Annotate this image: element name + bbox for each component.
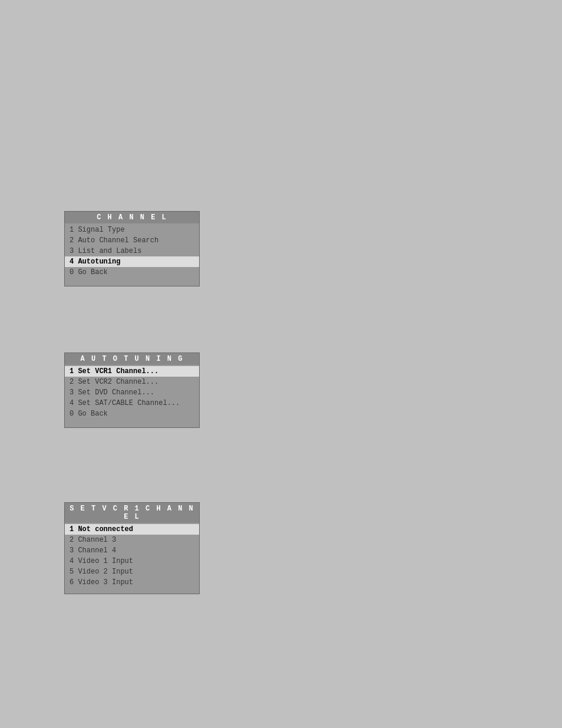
- menu-item[interactable]: 5 Video 2 Input: [65, 566, 199, 577]
- menu-item[interactable]: 1 Signal Type: [65, 225, 199, 235]
- menu-item[interactable]: 1 Set VCR1 Channel...: [65, 366, 199, 377]
- menu-item[interactable]: 4 Set SAT/CABLE Channel...: [65, 398, 199, 409]
- menu-item[interactable]: 0 Go Back: [65, 409, 199, 419]
- setvcr1-panel-title: S E T V C R 1 C H A N N E L: [65, 503, 199, 523]
- menu-item[interactable]: 3 List and Labels: [65, 246, 199, 256]
- menu-item[interactable]: 3 Set DVD Channel...: [65, 387, 199, 398]
- autotuning-panel-title: A U T O T U N I N G: [65, 353, 199, 365]
- setvcr1-panel: S E T V C R 1 C H A N N E L 1 Not connec…: [64, 502, 200, 594]
- menu-item[interactable]: 6 Video 3 Input: [65, 577, 199, 588]
- autotuning-panel: A U T O T U N I N G 1 Set VCR1 Channel..…: [64, 353, 200, 428]
- menu-item[interactable]: 0 Go Back: [65, 267, 199, 278]
- menu-item[interactable]: 2 Channel 3: [65, 535, 199, 545]
- autotuning-menu-items: 1 Set VCR1 Channel...2 Set VCR2 Channel.…: [65, 365, 199, 420]
- menu-item[interactable]: 3 Channel 4: [65, 545, 199, 556]
- menu-item[interactable]: 4 Video 1 Input: [65, 556, 199, 566]
- menu-item[interactable]: 4 Autotuning: [65, 256, 199, 267]
- menu-item[interactable]: 2 Auto Channel Search: [65, 235, 199, 246]
- channel-panel-title: C H A N N E L: [65, 212, 199, 223]
- setvcr1-menu-items: 1 Not connected2 Channel 33 Channel 44 V…: [65, 523, 199, 589]
- channel-panel: C H A N N E L 1 Signal Type2 Auto Channe…: [64, 211, 200, 286]
- menu-item[interactable]: 2 Set VCR2 Channel...: [65, 377, 199, 387]
- menu-item[interactable]: 1 Not connected: [65, 524, 199, 535]
- channel-menu-items: 1 Signal Type2 Auto Channel Search3 List…: [65, 223, 199, 279]
